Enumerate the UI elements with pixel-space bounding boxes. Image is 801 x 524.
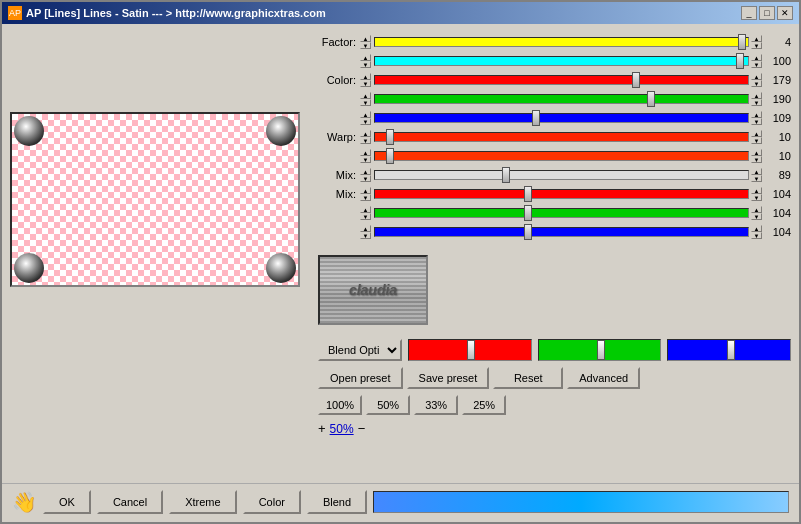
colorblue-left-down[interactable]: ▼ (360, 118, 371, 125)
colorblue-right-down[interactable]: ▼ (751, 118, 762, 125)
colorred-slider-thumb[interactable] (632, 72, 640, 88)
factor-slider-thumb[interactable] (738, 34, 746, 50)
mix4-slider-thumb[interactable] (524, 224, 532, 240)
zoom-50-button[interactable]: 50% (366, 395, 410, 415)
blend-blue-thumb[interactable] (727, 340, 735, 360)
colorred-left-up[interactable]: ▲ (360, 73, 371, 80)
mix3-slider-thumb[interactable] (524, 205, 532, 221)
warp2-left-up[interactable]: ▲ (360, 149, 371, 156)
cyan-right-down[interactable]: ▼ (751, 61, 762, 68)
factor-arrow-right: ▲ ▼ (751, 35, 763, 49)
cyan-left-down[interactable]: ▼ (360, 61, 371, 68)
colorred-slider-track[interactable] (374, 75, 749, 85)
colorgreen-right-up[interactable]: ▲ (751, 92, 762, 99)
mix3-left-up[interactable]: ▲ (360, 206, 371, 213)
colorred-right-down[interactable]: ▼ (751, 80, 762, 87)
mix4-right-down[interactable]: ▼ (751, 232, 762, 239)
mix2-slider-thumb[interactable] (524, 186, 532, 202)
cyan-slider-thumb[interactable] (736, 53, 744, 69)
factor-right-up[interactable]: ▲ (751, 35, 762, 42)
cancel-button[interactable]: Cancel (97, 490, 163, 514)
warp2-right-up[interactable]: ▲ (751, 149, 762, 156)
mix1-slider-thumb[interactable] (502, 167, 510, 183)
cyan-left-up[interactable]: ▲ (360, 54, 371, 61)
mix4-slider-track[interactable] (374, 227, 749, 237)
colorgreen-right-down[interactable]: ▼ (751, 99, 762, 106)
colorred-left-down[interactable]: ▼ (360, 80, 371, 87)
factor-arrow-up[interactable]: ▲ (360, 35, 371, 42)
slider-row-cyan: ▲ ▼ ▲ ▼ 100 (318, 53, 791, 69)
blend-green-thumb[interactable] (597, 340, 605, 360)
ok-button[interactable]: OK (43, 490, 91, 514)
blend-red-slider[interactable] (408, 339, 532, 361)
blend-green-slider[interactable] (538, 339, 662, 361)
xtreme-button[interactable]: Xtreme (169, 490, 236, 514)
blend-button[interactable]: Blend (307, 490, 367, 514)
zoom-minus-button[interactable]: − (358, 421, 366, 436)
mix4-left-down[interactable]: ▼ (360, 232, 371, 239)
colorblue-left-up[interactable]: ▲ (360, 111, 371, 118)
zoom-plus-button[interactable]: + (318, 421, 326, 436)
colorgreen-slider-track[interactable] (374, 94, 749, 104)
mix1-left-up[interactable]: ▲ (360, 168, 371, 175)
mix2-slider-track[interactable] (374, 189, 749, 199)
colorblue-slider-track[interactable] (374, 113, 749, 123)
maximize-button[interactable]: □ (759, 6, 775, 20)
blend-red-thumb[interactable] (467, 340, 475, 360)
reset-button[interactable]: Reset (493, 367, 563, 389)
preview-canvas[interactable] (10, 112, 300, 287)
close-button[interactable]: ✕ (777, 6, 793, 20)
colorgreen-slider-thumb[interactable] (647, 91, 655, 107)
warp2-arrow-left: ▲ ▼ (360, 149, 372, 163)
warp1-slider-track[interactable] (374, 132, 749, 142)
slider-label-mix2: Mix: (318, 188, 360, 200)
colorblue-slider-thumb[interactable] (532, 110, 540, 126)
mix4-left-up[interactable]: ▲ (360, 225, 371, 232)
zoom-25-button[interactable]: 25% (462, 395, 506, 415)
warp1-slider-thumb[interactable] (386, 129, 394, 145)
blend-options-dropdown[interactable]: Blend Opti (318, 339, 402, 361)
warp2-slider-track[interactable] (374, 151, 749, 161)
colorred-right-up[interactable]: ▲ (751, 73, 762, 80)
factor-slider-track[interactable] (374, 37, 749, 47)
zoom-current-label[interactable]: 50% (330, 422, 354, 436)
factor-arrow-down[interactable]: ▼ (360, 42, 371, 49)
mix1-right-down[interactable]: ▼ (751, 175, 762, 182)
mix3-slider-track[interactable] (374, 208, 749, 218)
mix1-right-up[interactable]: ▲ (751, 168, 762, 175)
colorblue-right-up[interactable]: ▲ (751, 111, 762, 118)
mix1-left-down[interactable]: ▼ (360, 175, 371, 182)
mix2-right-down[interactable]: ▼ (751, 194, 762, 201)
colorgreen-left-up[interactable]: ▲ (360, 92, 371, 99)
colorgreen-left-down[interactable]: ▼ (360, 99, 371, 106)
mix3-right-up[interactable]: ▲ (751, 206, 762, 213)
cyan-slider-track[interactable] (374, 56, 749, 66)
zoom-100-button[interactable]: 100% (318, 395, 362, 415)
mix3-left-down[interactable]: ▼ (360, 213, 371, 220)
mix2-left-down[interactable]: ▼ (360, 194, 371, 201)
cyan-arrow-left: ▲ ▼ (360, 54, 372, 68)
warp1-right-up[interactable]: ▲ (751, 130, 762, 137)
mix2-right-up[interactable]: ▲ (751, 187, 762, 194)
cyan-right-up[interactable]: ▲ (751, 54, 762, 61)
warp2-right-down[interactable]: ▼ (751, 156, 762, 163)
slider-label-warp: Warp: (318, 131, 360, 143)
warp1-left-up[interactable]: ▲ (360, 130, 371, 137)
warp2-left-down[interactable]: ▼ (360, 156, 371, 163)
mix3-right-down[interactable]: ▼ (751, 213, 762, 220)
save-preset-button[interactable]: Save preset (407, 367, 490, 389)
mix1-slider-track[interactable] (374, 170, 749, 180)
zoom-33-button[interactable]: 33% (414, 395, 458, 415)
slider-row-factor: Factor: ▲ ▼ ▲ ▼ 4 (318, 34, 791, 50)
warp2-slider-thumb[interactable] (386, 148, 394, 164)
open-preset-button[interactable]: Open preset (318, 367, 403, 389)
warp1-right-down[interactable]: ▼ (751, 137, 762, 144)
color-button[interactable]: Color (243, 490, 301, 514)
mix2-left-up[interactable]: ▲ (360, 187, 371, 194)
warp1-left-down[interactable]: ▼ (360, 137, 371, 144)
blend-blue-slider[interactable] (667, 339, 791, 361)
factor-right-down[interactable]: ▼ (751, 42, 762, 49)
minimize-button[interactable]: _ (741, 6, 757, 20)
mix4-right-up[interactable]: ▲ (751, 225, 762, 232)
advanced-button[interactable]: Advanced (567, 367, 640, 389)
